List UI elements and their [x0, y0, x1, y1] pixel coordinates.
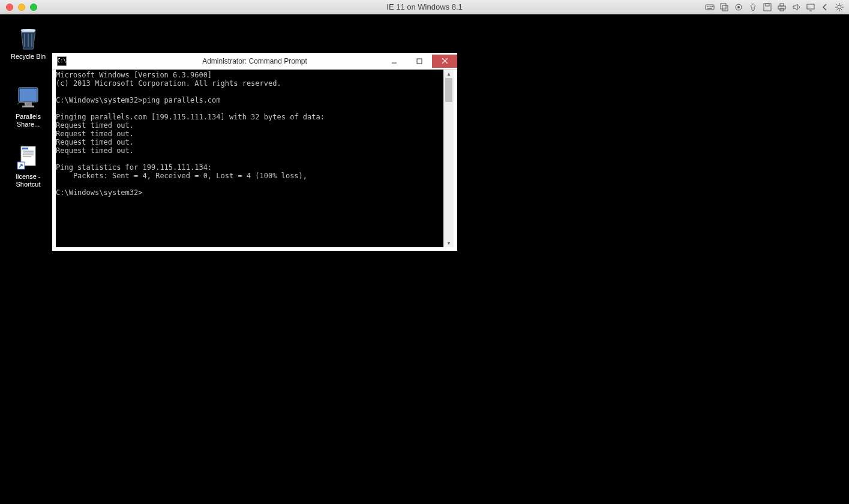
scroll-up-arrow[interactable]: ▲ — [444, 70, 454, 78]
chevron-left-icon[interactable] — [820, 2, 830, 12]
svg-rect-10 — [764, 4, 771, 11]
traffic-lights — [0, 4, 37, 11]
svg-rect-22 — [22, 106, 34, 107]
maximize-button[interactable] — [407, 55, 432, 68]
svg-rect-5 — [707, 8, 712, 9]
minimize-button[interactable] — [382, 55, 407, 68]
svg-rect-4 — [712, 6, 713, 7]
desktop-icon-label: Parallels Share... — [6, 113, 50, 128]
svg-rect-11 — [766, 4, 769, 6]
svg-rect-31 — [417, 59, 422, 64]
scroll-down-arrow[interactable]: ▼ — [444, 239, 454, 247]
monitor-icon — [16, 85, 41, 110]
windows-desktop[interactable]: Recycle Bin Parallels Share... — [0, 14, 849, 504]
svg-point-18 — [21, 29, 35, 31]
focus-icon[interactable] — [734, 2, 743, 12]
svg-rect-0 — [706, 5, 714, 10]
gear-icon[interactable] — [835, 2, 844, 12]
desktop-icon-recycle-bin[interactable]: Recycle Bin — [6, 25, 50, 61]
command-prompt-titlebar[interactable]: C:\ Administrator: Command Prompt — [52, 53, 457, 70]
command-prompt-icon: C:\ — [57, 56, 67, 66]
svg-rect-15 — [807, 4, 814, 9]
parallels-toolbar-icons — [705, 2, 849, 12]
svg-rect-3 — [710, 6, 712, 7]
recycle-bin-icon — [16, 25, 41, 50]
svg-rect-1 — [707, 6, 708, 7]
printer-icon[interactable] — [777, 2, 787, 12]
svg-rect-20 — [20, 89, 37, 101]
pin-icon[interactable] — [748, 2, 758, 12]
terminal-output[interactable]: Microsoft Windows [Version 6.3.9600] (c)… — [56, 70, 443, 247]
coherence-icon[interactable] — [719, 2, 729, 12]
svg-point-9 — [737, 6, 740, 8]
svg-rect-6 — [721, 4, 726, 9]
close-button[interactable] — [432, 55, 457, 68]
scroll-track[interactable] — [444, 78, 454, 239]
desktop-icon-parallels-share[interactable]: Parallels Share... — [6, 85, 50, 128]
sound-icon[interactable] — [791, 2, 801, 12]
document-shortcut-icon — [16, 145, 41, 170]
display-icon[interactable] — [806, 2, 815, 12]
disk-icon[interactable] — [763, 2, 772, 12]
svg-rect-13 — [780, 4, 784, 6]
window-controls — [382, 55, 457, 68]
keyboard-icon[interactable] — [705, 2, 715, 12]
minimize-button-mac[interactable] — [18, 4, 25, 11]
scroll-thumb[interactable] — [445, 78, 452, 102]
scrollbar-vertical[interactable]: ▲ ▼ — [443, 70, 454, 247]
svg-rect-2 — [709, 6, 710, 7]
svg-rect-7 — [722, 5, 728, 11]
desktop-icon-license-shortcut[interactable]: license - Shortcut — [6, 145, 50, 188]
command-prompt-window: C:\ Administrator: Command Prompt Micros… — [52, 53, 457, 251]
svg-rect-24 — [22, 148, 28, 149]
svg-point-17 — [838, 5, 841, 9]
desktop-icon-label: license - Shortcut — [6, 173, 50, 188]
mac-titlebar: IE 11 on Windows 8.1 — [0, 0, 849, 14]
zoom-button-mac[interactable] — [30, 4, 37, 11]
close-button-mac[interactable] — [6, 4, 13, 11]
desktop-icon-label: Recycle Bin — [6, 53, 50, 61]
